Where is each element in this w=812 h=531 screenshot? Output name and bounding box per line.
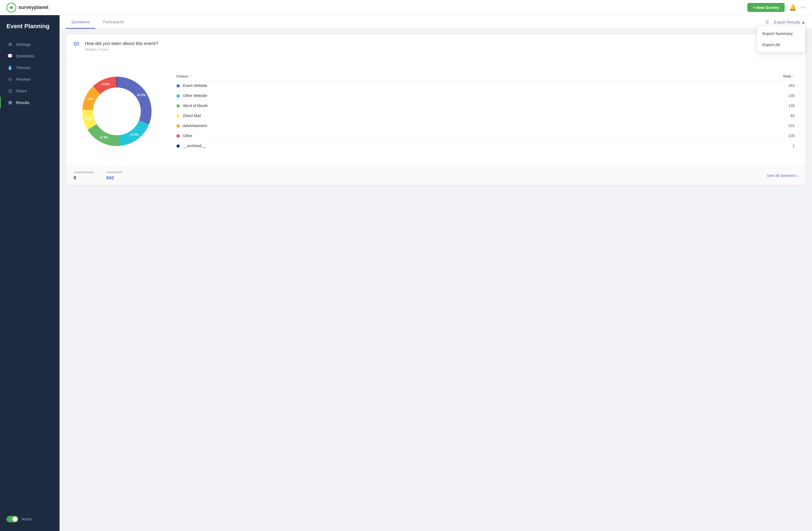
tab-participants[interactable]: Participants [98, 15, 129, 29]
table-row: Other 100 [173, 130, 798, 141]
brand-name: surveyplanet [18, 4, 48, 10]
total-cell: 148 [594, 100, 798, 111]
sidebar-item-preview[interactable]: ⊙ Preview [0, 73, 60, 85]
sidebar-item-label: Share [16, 88, 27, 93]
question-type: Multiple Choice [85, 47, 158, 52]
choice-label: __archived__ [183, 143, 206, 148]
answered-stat: Answered 842 [106, 170, 122, 181]
active-toggle[interactable] [6, 516, 18, 522]
choice-cell: Other Website [173, 90, 594, 100]
svg-text:11.9%: 11.9% [102, 82, 110, 86]
more-options-icon[interactable]: ··· [801, 4, 806, 11]
donut-center [93, 87, 141, 135]
choice-cell: __archived__ [173, 141, 594, 151]
table-row: __archived__ 2 [173, 141, 798, 151]
export-all-item[interactable]: Export All [757, 39, 805, 50]
choice-cell: Direct Mail [173, 111, 594, 121]
layout: Event Planning ⊞ Settings 💬 Questions 💧 … [0, 15, 812, 531]
active-label: Active [21, 517, 32, 521]
notifications-icon[interactable]: 🔔 [789, 4, 796, 11]
svg-text:31.2%: 31.2% [137, 93, 146, 96]
sidebar-item-label: Preview [16, 77, 30, 82]
donut-chart: 31.2%17.3%17.6%9.7%12%11.9% [74, 68, 160, 155]
export-results-button[interactable]: Export Results ▲ [774, 20, 806, 24]
question-info: How did you learn about this event? Mult… [85, 41, 158, 52]
unanswered-stat: Unanswered 0 [74, 170, 93, 181]
see-all-answers-link[interactable]: See all answers › [767, 173, 798, 178]
sidebar-item-questions[interactable]: 💬 Questions [0, 50, 60, 62]
table-row: Word of Mouth 148 [173, 100, 798, 111]
sidebar-item-label: Settings [16, 42, 31, 46]
export-chevron-icon: ▲ [801, 20, 806, 24]
total-cell: 82 [594, 111, 798, 121]
new-survey-button[interactable]: + New Survey [747, 3, 785, 12]
table-row: Event Website 263 [173, 81, 798, 90]
color-dot [176, 84, 180, 87]
color-dot [176, 144, 180, 148]
sidebar-item-themes[interactable]: 💧 Themes [0, 62, 60, 73]
nav-actions: + New Survey 🔔 ··· [747, 3, 806, 12]
svg-text:17.3%: 17.3% [130, 133, 139, 136]
color-dot [176, 114, 180, 117]
svg-text:12%: 12% [87, 97, 93, 100]
total-cell: 146 [594, 90, 798, 100]
sidebar-item-settings[interactable]: ⊞ Settings [0, 39, 60, 50]
color-dot [176, 135, 180, 138]
card-footer: Unanswered 0 Answered 842 See all answer… [66, 166, 806, 185]
content-area: Q1 How did you learn about this event? M… [60, 29, 812, 531]
delete-icon[interactable]: 🗑 [765, 19, 770, 25]
total-cell: 2 [594, 141, 798, 151]
sidebar-item-label: Questions [16, 54, 34, 58]
questions-icon: 💬 [7, 53, 13, 58]
svg-point-1 [10, 6, 12, 9]
total-header: Total ⠿ [594, 72, 798, 81]
active-toggle-area: Active [0, 513, 60, 526]
question-text: How did you learn about this event? [85, 41, 158, 46]
sidebar-item-label: Themes [16, 65, 31, 70]
donut-chart-svg: 31.2%17.3%17.6%9.7%12%11.9% [74, 68, 160, 155]
unanswered-label: Unanswered [74, 170, 93, 174]
sidebar-title: Event Planning [0, 23, 60, 39]
choice-label: Event Website [183, 83, 207, 88]
choice-cell: Other [173, 130, 594, 141]
results-table: Choice ⠿ Total ⠿ Event Website 263 Other… [173, 72, 798, 151]
export-dropdown-container: Export Results ▲ Export Summary Export A… [774, 20, 806, 24]
svg-text:17.6%: 17.6% [100, 136, 108, 139]
answered-value: 842 [106, 175, 122, 181]
legend-table: Choice ⠿ Total ⠿ Event Website 263 Other… [173, 72, 798, 151]
settings-icon: ⊞ [7, 42, 13, 47]
table-row: Advertisement 101 [173, 121, 798, 130]
question-header: Q1 How did you learn about this event? M… [66, 34, 806, 57]
tab-questions[interactable]: Questions [66, 15, 95, 29]
color-dot [176, 124, 180, 128]
choice-label: Advertisement [183, 124, 207, 128]
sidebar-item-share[interactable]: ⊡ Share [0, 85, 60, 97]
export-btn-label: Export Results [774, 20, 801, 24]
table-row: Other Website 146 [173, 90, 798, 100]
choice-label: Direct Mail [183, 113, 201, 118]
choice-label: Other Website [183, 94, 207, 98]
table-header-row: Choice ⠿ Total ⠿ [173, 72, 798, 81]
topnav: surveyplanet + New Survey 🔔 ··· [0, 0, 812, 15]
color-dot [176, 104, 180, 108]
share-icon: ⊡ [7, 88, 13, 94]
logo-area: surveyplanet [6, 3, 48, 12]
themes-icon: 💧 [7, 65, 13, 70]
sidebar-divider [0, 113, 60, 113]
answered-label: Answered [106, 170, 122, 174]
choice-cell: Advertisement [173, 121, 594, 130]
tabs-bar: Questions Participants 🗑 Export Results … [60, 15, 812, 29]
export-summary-item[interactable]: Export Summary [757, 28, 805, 39]
tabs-actions: 🗑 Export Results ▲ Export Summary Export… [765, 19, 806, 25]
table-row: Direct Mail 82 [173, 111, 798, 121]
question-card: Q1 How did you learn about this event? M… [66, 34, 806, 185]
sidebar-item-results[interactable]: ⊞ Results [0, 97, 60, 108]
question-number: Q1 [74, 41, 79, 46]
total-cell: 100 [594, 130, 798, 141]
sidebar: Event Planning ⊞ Settings 💬 Questions 💧 … [0, 15, 60, 531]
unanswered-value: 0 [74, 175, 93, 181]
choice-label: Word of Mouth [183, 103, 208, 108]
choice-cell: Event Website [173, 81, 594, 90]
color-dot [176, 94, 180, 98]
export-dropdown-menu: Export Summary Export All [757, 26, 806, 53]
